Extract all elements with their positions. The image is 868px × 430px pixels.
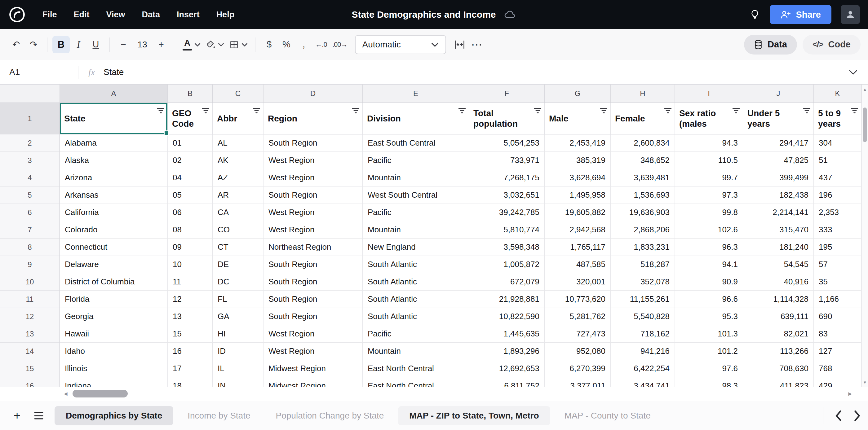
cell-E3[interactable]: Pacific [363,152,469,169]
bold-button[interactable]: B [52,36,70,53]
cell-B3[interactable]: 02 [168,152,213,169]
cell-A15[interactable]: Illinois [60,360,168,377]
cell-G16[interactable]: 3,377,011 [545,377,611,387]
cell-C12[interactable]: GA [213,308,264,325]
cell-E6[interactable]: Pacific [363,204,469,221]
cell-I9[interactable]: 94.1 [675,256,743,273]
header-cell-D1[interactable]: Region [264,103,363,134]
column-header-K[interactable]: K [814,85,862,103]
cell-I6[interactable]: 99.8 [675,204,743,221]
cell-G5[interactable]: 1,495,958 [545,187,611,204]
cell-D5[interactable]: South Region [264,187,363,204]
cell-J16[interactable]: 411,823 [743,377,814,387]
column-header-D[interactable]: D [264,85,363,103]
menu-edit[interactable]: Edit [65,10,98,20]
cell-F10[interactable]: 672,079 [469,273,545,291]
cell-K11[interactable]: 1,166 [814,291,862,308]
cell-C15[interactable]: IL [213,360,264,377]
sheet-tab[interactable]: Demographics by State [55,406,173,425]
cell-B13[interactable]: 15 [168,325,213,343]
filter-icon[interactable] [253,107,260,114]
cell-F3[interactable]: 733,971 [469,152,545,169]
currency-format-button[interactable]: $ [260,36,278,53]
row-number[interactable]: 15 [0,360,60,377]
cell-D10[interactable]: South Region [264,273,363,291]
cell-H11[interactable]: 11,155,261 [611,291,675,308]
cell-C14[interactable]: ID [213,343,264,360]
cell-H4[interactable]: 3,639,481 [611,169,675,187]
cell-B10[interactable]: 11 [168,273,213,291]
cell-E8[interactable]: New England [363,238,469,256]
filter-icon[interactable] [202,107,210,114]
cell-J15[interactable]: 708,630 [743,360,814,377]
cell-H13[interactable]: 718,162 [611,325,675,343]
scroll-left-arrow-icon[interactable]: ◀ [64,391,68,397]
cell-C13[interactable]: HI [213,325,264,343]
row-number[interactable]: 6 [0,204,60,221]
merge-cells-button[interactable] [451,36,468,53]
header-cell-H1[interactable]: Female [611,103,675,134]
underline-button[interactable]: U [87,36,104,53]
cell-H8[interactable]: 1,833,231 [611,238,675,256]
row-number[interactable]: 12 [0,308,60,325]
row-number[interactable]: 8 [0,238,60,256]
account-button[interactable] [841,5,860,24]
formula-input[interactable]: State [103,67,124,77]
cell-reference[interactable]: A1 [0,67,78,77]
header-cell-B1[interactable]: GEO Code [168,103,213,134]
header-cell-F1[interactable]: Total population [469,103,545,134]
fill-color-button[interactable] [203,36,227,53]
header-cell-J1[interactable]: Under 5 years [743,103,814,134]
menu-data[interactable]: Data [134,10,168,20]
cell-D11[interactable]: South Region [264,291,363,308]
menu-insert[interactable]: Insert [168,10,208,20]
row-number[interactable]: 11 [0,291,60,308]
cell-E14[interactable]: Mountain [363,343,469,360]
cell-G9[interactable]: 487,585 [545,256,611,273]
cell-C3[interactable]: AK [213,152,264,169]
cell-J14[interactable]: 113,266 [743,343,814,360]
cell-A9[interactable]: Delaware [60,256,168,273]
cell-A11[interactable]: Florida [60,291,168,308]
cell-F6[interactable]: 39,242,785 [469,204,545,221]
cell-B14[interactable]: 16 [168,343,213,360]
decrease-font-button[interactable]: − [115,36,132,53]
header-cell-I1[interactable]: Sex ratio (males [675,103,743,134]
cell-D9[interactable]: South Region [264,256,363,273]
sheet-tab[interactable]: Population Change by State [265,406,395,425]
cell-K9[interactable]: 57 [814,256,862,273]
cell-G2[interactable]: 2,453,419 [545,134,611,152]
header-cell-G1[interactable]: Male [545,103,611,134]
cell-J5[interactable]: 182,438 [743,187,814,204]
formula-bar-expand-button[interactable] [849,70,858,75]
cell-D13[interactable]: West Region [264,325,363,343]
column-header-G[interactable]: G [545,85,611,103]
cell-B16[interactable]: 18 [168,377,213,387]
cell-I7[interactable]: 102.6 [675,221,743,238]
cell-E12[interactable]: South Atlantic [363,308,469,325]
cell-F12[interactable]: 10,822,590 [469,308,545,325]
cell-K10[interactable]: 35 [814,273,862,291]
cell-D12[interactable]: South Region [264,308,363,325]
number-format-select[interactable]: Automatic [355,35,446,54]
tabs-scroll-right-button[interactable] [854,410,861,421]
cell-K5[interactable]: 196 [814,187,862,204]
cell-B15[interactable]: 17 [168,360,213,377]
filter-icon[interactable] [534,107,541,114]
cell-G11[interactable]: 10,773,620 [545,291,611,308]
cell-B8[interactable]: 09 [168,238,213,256]
cell-C11[interactable]: FL [213,291,264,308]
cell-C7[interactable]: CO [213,221,264,238]
row-number[interactable]: 16 [0,377,60,387]
cell-D8[interactable]: Northeast Region [264,238,363,256]
cell-E5[interactable]: West South Central [363,187,469,204]
italic-button[interactable]: I [70,36,87,53]
cell-E16[interactable]: East North Central [363,377,469,387]
cell-G4[interactable]: 3,628,694 [545,169,611,187]
cell-J13[interactable]: 82,021 [743,325,814,343]
cell-C8[interactable]: CT [213,238,264,256]
menu-help[interactable]: Help [208,10,243,20]
cell-D16[interactable]: Midwest Region [264,377,363,387]
fill-handle[interactable] [164,130,169,136]
cell-J4[interactable]: 399,499 [743,169,814,187]
